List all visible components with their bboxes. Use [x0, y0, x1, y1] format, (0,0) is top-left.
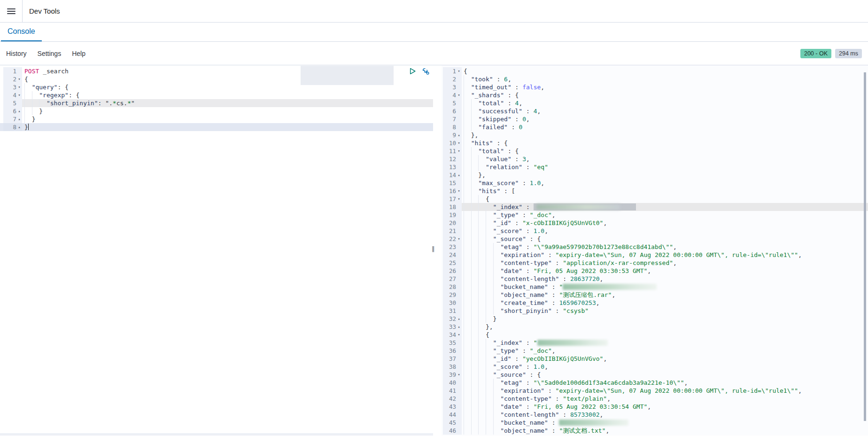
play-icon[interactable] [409, 67, 417, 75]
response-line[interactable]: 25"content-type" : "application/x-rar-co… [442, 259, 868, 267]
editor-line[interactable]: 6▴} [0, 107, 433, 115]
code-text[interactable]: "content-type" : "application/x-rar-comp… [462, 259, 868, 267]
response-line[interactable]: 6"successful" : 4, [442, 107, 868, 115]
code-text[interactable]: "short_pinyin" : "csysb" [462, 307, 868, 315]
response-line[interactable]: 30"create_time" : 1659670253, [442, 299, 868, 307]
code-text[interactable]: "content-length" : 28637720, [462, 275, 868, 283]
response-line[interactable]: 39▾"_source" : { [442, 371, 868, 379]
code-text[interactable]: "date" : "Fri, 05 Aug 2022 03:30:53 GMT"… [462, 267, 868, 275]
response-line[interactable]: 14▴}, [442, 171, 868, 179]
response-line[interactable]: 44"content-length" : 85733002, [442, 411, 868, 419]
response-line[interactable]: 18"_index" : [442, 203, 868, 211]
code-text[interactable]: "_index" : " [462, 339, 868, 347]
response-line[interactable]: 19"_type" : "_doc", [442, 211, 868, 219]
code-text[interactable]: "took" : 6, [462, 75, 868, 83]
fold-down-icon[interactable]: ▾ [456, 187, 462, 195]
code-text[interactable]: } [22, 107, 433, 115]
response-line[interactable]: 3"timed_out" : false, [442, 83, 868, 91]
response-line[interactable]: 16▾"hits" : [ [442, 187, 868, 195]
response-line[interactable]: 32▴} [442, 315, 868, 323]
response-line[interactable]: 21"_score" : 1.0, [442, 227, 868, 235]
help-menu[interactable]: Help [72, 50, 85, 57]
response-line[interactable]: 42"content-type" : "text/plain", [442, 395, 868, 403]
response-line[interactable]: 34▾{ [442, 331, 868, 339]
fold-down-icon[interactable]: ▾ [456, 147, 462, 155]
editor-line[interactable]: 4▾"regexp": { [0, 91, 433, 99]
fold-down-icon[interactable]: ▾ [456, 371, 462, 379]
fold-down-icon[interactable]: ▾ [456, 91, 462, 99]
code-text[interactable]: "etag" : "\"5ad0de100d6d1f3a4ca6cdab3a9a… [462, 379, 868, 387]
fold-down-icon[interactable]: ▾ [456, 67, 462, 75]
fold-down-icon[interactable]: ▾ [456, 139, 462, 147]
tab-console[interactable]: Console [1, 23, 42, 41]
code-text[interactable]: { [462, 195, 868, 203]
menu-button[interactable] [0, 0, 22, 22]
code-text[interactable]: "_type" : "_doc", [462, 347, 868, 355]
code-text[interactable]: "total" : { [462, 147, 868, 155]
response-line[interactable]: 35"_index" : " [442, 339, 868, 347]
response-line[interactable]: 41"expiration" : "expiry-date=\"Sun, 07 … [442, 387, 868, 395]
code-text[interactable]: "date" : "Fri, 05 Aug 2022 03:30:54 GMT"… [462, 403, 868, 411]
code-text[interactable]: "hits" : [ [462, 187, 868, 195]
code-text[interactable]: "_id" : "x-cObIIBIKGjQ5UnVGt0", [462, 219, 868, 227]
code-text[interactable]: "_source" : { [462, 235, 868, 243]
code-text[interactable]: { [462, 67, 868, 75]
code-text[interactable]: "successful" : 4, [462, 107, 868, 115]
wrench-icon[interactable] [422, 67, 430, 75]
fold-down-icon[interactable]: ▾ [456, 331, 462, 339]
code-text[interactable]: "_id" : "yecObIIBIKGjQ5UnVGvo", [462, 355, 868, 363]
code-text[interactable]: "expiration" : "expiry-date=\"Sun, 07 Au… [462, 251, 868, 259]
code-text[interactable]: "max_score" : 1.0, [462, 179, 868, 187]
response-line[interactable]: 23"etag" : "\"9a99ae597902b70b1273e88cc8… [442, 243, 868, 251]
fold-up-icon[interactable]: ▴ [456, 171, 462, 179]
response-line[interactable]: 1▾{ [442, 67, 868, 75]
response-line[interactable]: 11▾"total" : { [442, 147, 868, 155]
response-line[interactable]: 26"date" : "Fri, 05 Aug 2022 03:30:53 GM… [442, 267, 868, 275]
code-text[interactable]: "skipped" : 0, [462, 115, 868, 123]
fold-up-icon[interactable]: ▴ [16, 107, 22, 115]
response-line[interactable]: 12"value" : 3, [442, 155, 868, 163]
response-line[interactable]: 31"short_pinyin" : "csysb" [442, 307, 868, 315]
code-text[interactable]: } [462, 315, 868, 323]
code-text[interactable]: "total" : 4, [462, 99, 868, 107]
code-text[interactable]: "_score" : 1.0, [462, 227, 868, 235]
editor-line[interactable]: 7▴} [0, 115, 433, 123]
history-menu[interactable]: History [6, 50, 27, 57]
response-line[interactable]: 43"date" : "Fri, 05 Aug 2022 03:30:54 GM… [442, 403, 868, 411]
response-line[interactable]: 2"took" : 6, [442, 75, 868, 83]
code-text[interactable]: "expiration" : "expiry-date=\"Sun, 07 Au… [462, 387, 868, 395]
code-text[interactable]: "_index" : [462, 203, 868, 211]
response-line[interactable]: 33▴}, [442, 323, 868, 331]
request-editor[interactable]: 1POST _search2▾{3▾"query": {4▾"regexp": … [0, 65, 433, 436]
code-text[interactable]: "short_pinyin": ".*cs.*" [22, 99, 433, 107]
code-text[interactable]: } [22, 123, 433, 131]
response-line[interactable]: 13"relation" : "eq" [442, 163, 868, 171]
code-text[interactable]: "regexp": { [22, 91, 433, 99]
pane-resize-handle[interactable]: ‖ [432, 245, 435, 252]
code-text[interactable]: "hits" : { [462, 139, 868, 147]
fold-down-icon[interactable]: ▾ [456, 235, 462, 243]
fold-down-icon[interactable]: ▾ [16, 83, 22, 91]
response-line[interactable]: 22▾"_source" : { [442, 235, 868, 243]
code-text[interactable]: } [22, 115, 433, 123]
settings-menu[interactable]: Settings [38, 50, 62, 57]
code-text[interactable]: "object_name" : "测试压缩包.rar", [462, 291, 868, 299]
response-line[interactable]: 28"bucket_name" : " [442, 283, 868, 291]
code-text[interactable]: "_type" : "_doc", [462, 211, 868, 219]
code-text[interactable]: "bucket_name" : " [462, 283, 868, 291]
response-line[interactable]: 17▾{ [442, 195, 868, 203]
fold-down-icon[interactable]: ▾ [16, 91, 22, 99]
editor-line[interactable]: 8▴} [0, 123, 433, 131]
code-text[interactable]: "_score" : 1.0, [462, 363, 868, 371]
response-line[interactable]: 20"_id" : "x-cObIIBIKGjQ5UnVGt0", [442, 219, 868, 227]
response-line[interactable]: 37"_id" : "yecObIIBIKGjQ5UnVGvo", [442, 355, 868, 363]
response-line[interactable]: 36"_type" : "_doc", [442, 347, 868, 355]
code-text[interactable]: }, [462, 131, 868, 139]
code-text[interactable]: "content-type" : "text/plain", [462, 395, 868, 403]
response-line[interactable]: 46"object_name" : "测试文档.txt", [442, 427, 868, 435]
response-line[interactable]: 7"skipped" : 0, [442, 115, 868, 123]
response-line[interactable]: 38"_score" : 1.0, [442, 363, 868, 371]
response-line[interactable]: 15"max_score" : 1.0, [442, 179, 868, 187]
fold-up-icon[interactable]: ▴ [456, 131, 462, 139]
response-line[interactable]: 8"failed" : 0 [442, 123, 868, 131]
